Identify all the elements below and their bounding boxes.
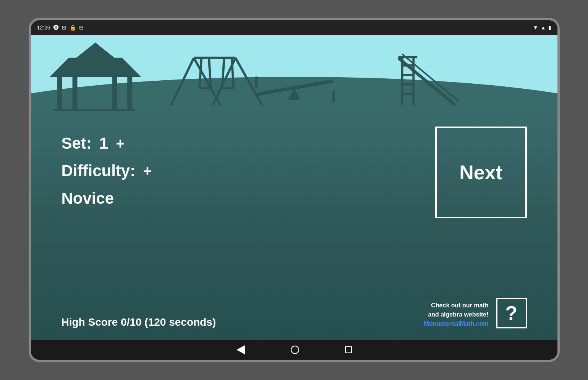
set-value: 1 [99, 134, 108, 153]
svg-rect-21 [255, 77, 257, 88]
difficulty-value-row: Novice [62, 189, 152, 208]
back-button[interactable] [236, 345, 245, 354]
status-right: ▼ ▲ ▮ [533, 24, 551, 31]
next-button[interactable]: Next [435, 127, 527, 218]
svg-rect-3 [57, 77, 62, 111]
promo-line2: and algebra website! [428, 311, 488, 318]
bottom-right: Check out our math and algebra website! … [424, 298, 527, 328]
status-icon-s2: ⊟ [79, 24, 84, 31]
next-button-label: Next [459, 161, 502, 184]
svg-rect-4 [73, 77, 77, 111]
difficulty-row: Difficulty: + [62, 162, 152, 180]
svg-marker-1 [50, 58, 141, 77]
playground-svg [31, 35, 557, 111]
svg-rect-22 [332, 91, 335, 102]
set-plus-button[interactable]: + [116, 136, 125, 151]
svg-rect-5 [112, 77, 117, 111]
promo-text: Check out our math and algebra website! … [424, 301, 489, 328]
recents-button[interactable] [345, 346, 352, 353]
set-row: Set: 1 + [62, 134, 152, 153]
status-bar: 12:26 🅐 ⊟ 🔒 ⊟ ▼ ▲ ▮ [31, 20, 557, 35]
device-frame: 12:26 🅐 ⊟ 🔒 ⊟ ▼ ▲ ▮ [29, 18, 560, 362]
difficulty-value: Novice [62, 189, 114, 208]
nav-bar [31, 340, 557, 360]
ground-area: Set: 1 + Difficulty: + Novice [31, 111, 557, 340]
signal-icon: ▲ [541, 24, 546, 31]
main-content: Set: 1 + Difficulty: + Novice [62, 127, 527, 298]
status-icon-a: 🅐 [53, 24, 59, 31]
difficulty-label: Difficulty: [62, 162, 136, 180]
status-left: 12:26 🅐 ⊟ 🔒 ⊟ [37, 24, 84, 31]
wifi-icon: ▼ [533, 24, 538, 31]
svg-rect-6 [127, 77, 132, 111]
set-label: Set: [62, 134, 92, 153]
help-button-label: ? [505, 302, 518, 325]
sky-area [31, 35, 557, 111]
battery-icon: ▮ [548, 24, 551, 31]
svg-marker-2 [76, 43, 114, 58]
status-icon-s: ⊟ [62, 24, 66, 31]
difficulty-plus-button[interactable]: + [143, 163, 152, 179]
status-icon-lock: 🔒 [70, 24, 76, 31]
promo-link[interactable]: MonumentalMath.com [424, 320, 489, 327]
status-time: 12:26 [37, 24, 50, 31]
help-button[interactable]: ? [496, 298, 527, 328]
promo-line1: Check out our math [431, 302, 488, 309]
settings-panel: Set: 1 + Difficulty: + Novice [62, 127, 152, 208]
home-button[interactable] [291, 346, 299, 354]
app-content: Set: 1 + Difficulty: + Novice [31, 35, 557, 340]
bottom-bar: High Score 0/10 (120 seconds) Check out … [62, 298, 527, 332]
high-score-text: High Score 0/10 (120 seconds) [62, 316, 216, 328]
